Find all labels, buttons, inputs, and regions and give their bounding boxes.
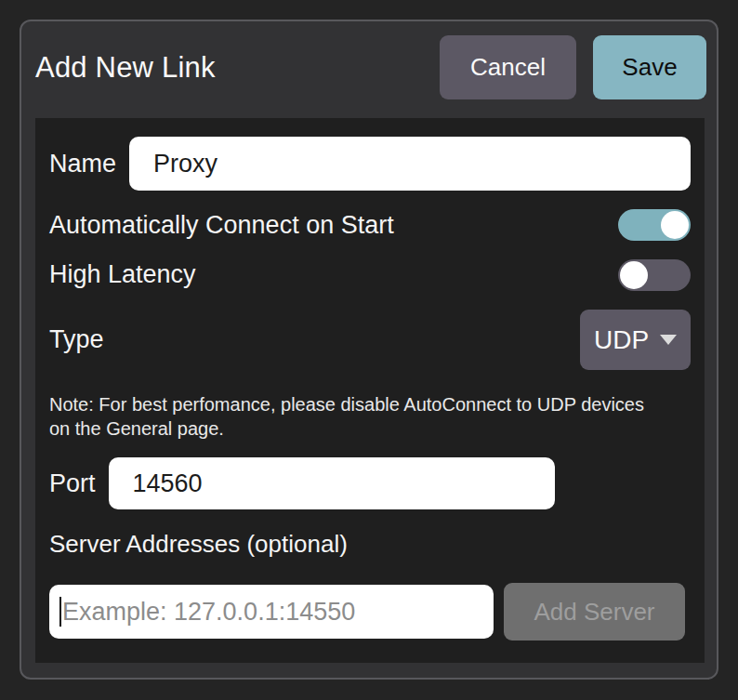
type-label: Type [49,325,104,354]
link-settings-panel: Name Automatically Connect on Start High… [35,118,705,663]
server-address-row: Add Server [49,583,691,641]
name-row: Name [49,137,691,191]
udp-note-line: Note: For best perfomance, please disabl… [49,392,691,416]
port-label: Port [49,469,96,498]
add-new-link-dialog: Add New Link Cancel Save Name Automatica… [20,20,718,680]
udp-note-line: on the General page. [49,416,691,441]
udp-note: Note: For best perfomance, please disabl… [49,392,691,441]
auto-connect-row: Automatically Connect on Start [49,209,691,241]
add-server-button[interactable]: Add Server [504,583,685,641]
toggle-knob [661,211,689,239]
toggle-knob [620,261,648,289]
type-row: Type UDP [49,310,691,370]
server-address-input-wrap [49,585,494,639]
high-latency-label: High Latency [49,260,196,289]
auto-connect-label: Automatically Connect on Start [49,211,394,240]
dialog-title: Add New Link [35,51,216,85]
save-button[interactable]: Save [593,35,706,99]
type-dropdown[interactable]: UDP [580,310,691,370]
text-cursor [59,597,61,627]
chevron-down-icon [660,335,677,345]
port-row: Port [49,457,691,509]
name-label: Name [49,150,116,178]
auto-connect-toggle[interactable] [618,209,691,241]
server-addresses-label: Server Addresses (optional) [49,530,691,559]
high-latency-row: High Latency [49,258,691,291]
server-address-input[interactable] [49,585,494,639]
port-input[interactable] [109,457,555,509]
dialog-header: Add New Link Cancel Save [21,21,717,99]
high-latency-toggle[interactable] [618,259,691,291]
type-dropdown-value: UDP [594,325,649,355]
cancel-button[interactable]: Cancel [440,35,576,99]
name-input[interactable] [129,137,691,191]
